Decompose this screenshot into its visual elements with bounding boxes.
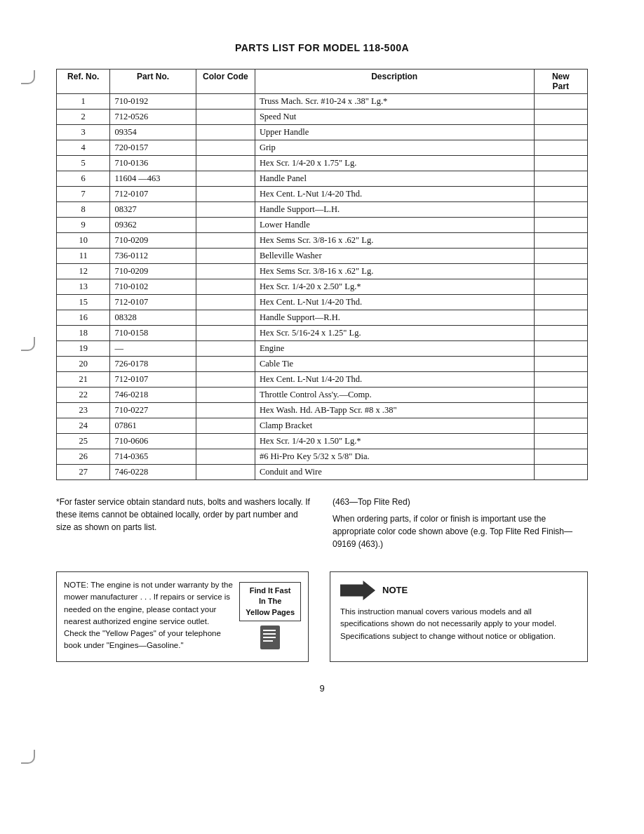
cell-desc: Hex Cent. L-Nut 1/4-20 Thd. xyxy=(255,295,534,310)
cell-part: 710-0227 xyxy=(110,403,196,418)
cell-ref: 6 xyxy=(57,171,110,187)
footnote-right: (463—Top Flite Red) When ordering parts,… xyxy=(333,496,588,550)
cell-part: 714-0365 xyxy=(110,449,196,465)
cell-new-part xyxy=(534,418,588,434)
cell-color xyxy=(196,465,255,480)
cell-desc: Hex Scr. 1/4-20 x 1.50" Lg.* xyxy=(255,434,534,449)
cell-part: 07861 xyxy=(110,418,196,434)
cell-part: 710-0209 xyxy=(110,264,196,279)
cell-ref: 3 xyxy=(57,125,110,140)
svg-rect-2 xyxy=(263,633,276,635)
cell-ref: 15 xyxy=(57,295,110,310)
cell-part: 11604 —463 xyxy=(110,171,196,187)
table-row: 2407861Clamp Bracket xyxy=(57,418,588,434)
cell-color xyxy=(196,449,255,465)
cell-part: 710-0136 xyxy=(110,156,196,171)
find-it-fast-block: Find It FastIn TheYellow Pages xyxy=(239,579,301,654)
cell-color xyxy=(196,125,255,140)
cell-ref: 11 xyxy=(57,249,110,264)
cell-color xyxy=(196,264,255,279)
cell-color xyxy=(196,156,255,171)
cell-color xyxy=(196,233,255,249)
cell-color xyxy=(196,94,255,110)
cell-ref: 20 xyxy=(57,357,110,372)
cell-part: 726-0178 xyxy=(110,357,196,372)
footnote-section: *For faster service obtain standard nuts… xyxy=(56,496,588,550)
cell-ref: 10 xyxy=(57,233,110,249)
note-box-right: NOTE This instruction manual covers vari… xyxy=(330,571,588,662)
cell-desc: Hex Scr. 1/4-20 x 2.50" Lg.* xyxy=(255,279,534,295)
cell-new-part xyxy=(534,357,588,372)
cell-ref: 24 xyxy=(57,418,110,434)
header-ref-no: Ref. No. xyxy=(57,70,110,94)
note-right-header: NOTE xyxy=(340,581,577,600)
cell-part: 720-0157 xyxy=(110,140,196,156)
note-left-text: NOTE: The engine is not under warranty b… xyxy=(64,579,234,652)
cell-ref: 22 xyxy=(57,388,110,403)
cell-ref: 12 xyxy=(57,264,110,279)
cell-desc: Hex Cent. L-Nut 1/4-20 Thd. xyxy=(255,372,534,388)
note-right-label: NOTE xyxy=(382,583,408,597)
table-row: 18710-0158Hex Scr. 5/16-24 x 1.25" Lg. xyxy=(57,326,588,341)
table-row: 611604 —463Handle Panel xyxy=(57,171,588,187)
header-new-part: NewPart xyxy=(534,70,588,94)
cell-ref: 5 xyxy=(57,156,110,171)
cell-desc: Handle Support—L.H. xyxy=(255,202,534,218)
cell-desc: Speed Nut xyxy=(255,110,534,125)
table-row: 808327Handle Support—L.H. xyxy=(57,202,588,218)
cell-desc: Cable Tie xyxy=(255,357,534,372)
page-number: 9 xyxy=(56,683,588,694)
table-row: 27746-0228Conduit and Wire xyxy=(57,465,588,480)
cell-ref: 8 xyxy=(57,202,110,218)
cell-desc: Hex Cent. L-Nut 1/4-20 Thd. xyxy=(255,187,534,202)
cell-new-part xyxy=(534,264,588,279)
cell-color xyxy=(196,326,255,341)
cell-color xyxy=(196,279,255,295)
note-arrow-icon xyxy=(340,581,375,600)
table-row: 2712-0526Speed Nut xyxy=(57,110,588,125)
cell-color xyxy=(196,295,255,310)
cell-desc: Hex Wash. Hd. AB-Tapp Scr. #8 x .38" xyxy=(255,403,534,418)
color-label: (463—Top Flite Red) xyxy=(333,496,588,508)
cell-part: 710-0158 xyxy=(110,326,196,341)
cell-part: 710-0209 xyxy=(110,233,196,249)
cell-ref: 4 xyxy=(57,140,110,156)
svg-rect-4 xyxy=(263,640,273,642)
table-row: 5710-0136Hex Scr. 1/4-20 x 1.75" Lg. xyxy=(57,156,588,171)
cell-new-part xyxy=(534,465,588,480)
cell-desc: Belleville Washer xyxy=(255,249,534,264)
table-row: 23710-0227Hex Wash. Hd. AB-Tapp Scr. #8 … xyxy=(57,403,588,418)
cell-new-part xyxy=(534,326,588,341)
cell-new-part xyxy=(534,341,588,357)
table-row: 25710-0606Hex Scr. 1/4-20 x 1.50" Lg.* xyxy=(57,434,588,449)
cell-color xyxy=(196,249,255,264)
table-row: 1710-0192Truss Mach. Scr. #10-24 x .38" … xyxy=(57,94,588,110)
note-box-left: NOTE: The engine is not under warranty b… xyxy=(56,571,309,662)
cell-color xyxy=(196,434,255,449)
cell-new-part xyxy=(534,94,588,110)
note-right-text: This instruction manual covers various m… xyxy=(340,606,577,642)
cell-color xyxy=(196,218,255,233)
cell-desc: Throttle Control Ass'y.—Comp. xyxy=(255,388,534,403)
footnote-left: *For faster service obtain standard nuts… xyxy=(56,496,311,550)
cell-new-part xyxy=(534,187,588,202)
cell-new-part xyxy=(534,310,588,326)
cell-ref: 18 xyxy=(57,326,110,341)
table-row: 4720-0157Grip xyxy=(57,140,588,156)
cell-part: 746-0218 xyxy=(110,388,196,403)
cell-new-part xyxy=(534,388,588,403)
cell-part: 09362 xyxy=(110,218,196,233)
cell-ref: 26 xyxy=(57,449,110,465)
cell-desc: Conduit and Wire xyxy=(255,465,534,480)
table-row: 7712-0107Hex Cent. L-Nut 1/4-20 Thd. xyxy=(57,187,588,202)
bottom-section: NOTE: The engine is not under warranty b… xyxy=(56,571,588,662)
cell-color xyxy=(196,187,255,202)
cell-desc: Hex Scr. 5/16-24 x 1.25" Lg. xyxy=(255,326,534,341)
cell-color xyxy=(196,202,255,218)
cell-part: — xyxy=(110,341,196,357)
cell-part: 08328 xyxy=(110,310,196,326)
cell-part: 712-0107 xyxy=(110,295,196,310)
table-row: 21712-0107Hex Cent. L-Nut 1/4-20 Thd. xyxy=(57,372,588,388)
cell-new-part xyxy=(534,202,588,218)
cell-color xyxy=(196,110,255,125)
